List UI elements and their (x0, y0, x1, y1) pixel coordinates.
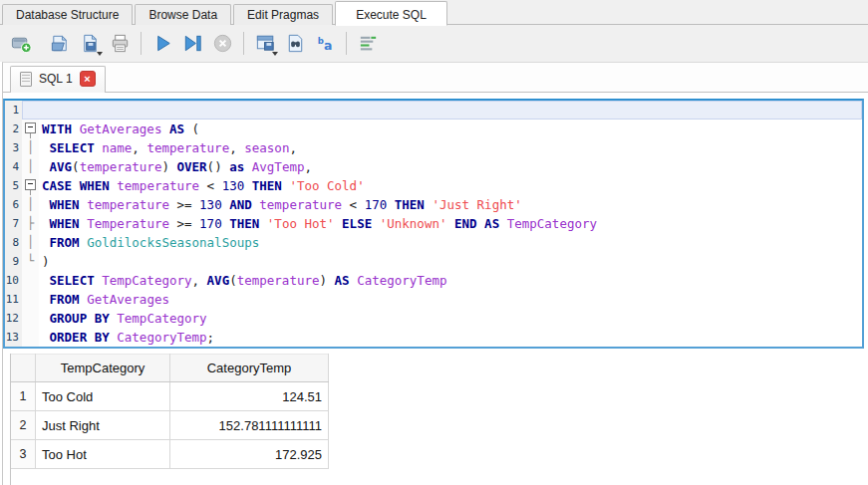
column-header-tempcategory[interactable]: TempCategory (36, 355, 170, 382)
fold-margin: ├ (22, 214, 39, 233)
table-row: 2Just Right152.781111111111 (11, 411, 329, 440)
close-tab-icon[interactable]: × (80, 71, 96, 87)
fold-collapse-icon[interactable] (22, 120, 39, 138)
fold-margin (22, 328, 39, 347)
tab-edit-pragmas[interactable]: Edit Pragmas (233, 4, 333, 25)
cell[interactable]: 152.781111111111 (170, 411, 329, 440)
dropdown-arrow-icon[interactable] (272, 52, 278, 56)
results-grid: TempCategoryCategoryTemp 1Too Cold124.51… (11, 354, 329, 469)
code-text[interactable]: SELECT name, temperature, season, (39, 138, 862, 157)
line-number: 2 (5, 120, 22, 138)
grid-corner-cell[interactable] (11, 355, 36, 382)
line-number: 12 (5, 309, 22, 328)
row-number[interactable]: 1 (11, 382, 36, 411)
code-text[interactable]: AVG(temperature) OVER() as AvgTemp, (39, 157, 862, 176)
code-text[interactable]: WITH GetAverages AS ( (39, 120, 862, 138)
code-line[interactable]: 6│ WHEN temperature >= 130 AND temperatu… (5, 195, 862, 214)
row-number[interactable]: 3 (11, 440, 36, 469)
code-line[interactable]: 11 FROM GetAverages (5, 290, 862, 309)
toolbar: ba (0, 25, 868, 62)
code-text[interactable]: FROM GoldilocksSeasonalSoups (39, 233, 862, 252)
code-line[interactable]: 2WITH GetAverages AS ( (5, 120, 862, 138)
toolbar-separator (346, 32, 347, 55)
open-sql-tab-button[interactable] (7, 30, 35, 58)
toolbar-separator (243, 32, 244, 55)
code-line[interactable]: 5CASE WHEN temperature < 130 THEN 'Too C… (5, 176, 862, 195)
code-line[interactable]: 10 SELECT TempCategory, AVG(temperature)… (5, 271, 862, 290)
svg-text:a: a (324, 38, 332, 53)
code-line[interactable]: 13 ORDER BY CategoryTemp; (5, 328, 862, 347)
cell[interactable]: Too Cold (36, 382, 170, 411)
row-number[interactable]: 2 (11, 411, 36, 440)
format-sql-button[interactable]: ba (311, 30, 339, 58)
fold-margin (22, 290, 39, 309)
fold-collapse-icon[interactable] (22, 176, 39, 195)
line-number: 6 (5, 195, 22, 214)
table-row: 1Too Cold124.51 (11, 382, 329, 411)
code-line[interactable]: 3│ SELECT name, temperature, season, (5, 138, 862, 157)
cell[interactable]: Just Right (36, 411, 170, 440)
line-number: 9 (5, 252, 22, 271)
code-text[interactable]: SELECT TempCategory, AVG(temperature) AS… (39, 271, 862, 290)
code-line[interactable]: 8│ FROM GoldilocksSeasonalSoups (5, 233, 862, 252)
code-text[interactable]: ORDER BY CategoryTemp; (39, 328, 862, 347)
code-text[interactable]: WHEN temperature >= 130 AND temperature … (39, 195, 862, 214)
execute-sql-pane: SQL 1 × 12WITH GetAverages AS (3│ SELECT… (2, 62, 868, 485)
tab-database-structure[interactable]: Database Structure (2, 4, 133, 25)
line-number: 3 (5, 138, 22, 157)
code-text[interactable]: ) (39, 252, 862, 271)
code-line[interactable]: 4│ AVG(temperature) OVER() as AvgTemp, (5, 157, 862, 176)
results-panel: TempCategoryCategoryTemp 1Too Cold124.51… (10, 354, 868, 485)
code-line[interactable]: 9└) (5, 252, 862, 271)
results-grid-header: TempCategoryCategoryTemp (11, 355, 329, 382)
fold-margin: │ (22, 233, 39, 252)
execute-current-line-button[interactable] (178, 30, 206, 58)
code-text[interactable]: CASE WHEN temperature < 130 THEN 'Too Co… (39, 176, 862, 195)
tab-browse-data[interactable]: Browse Data (135, 4, 231, 25)
document-icon (20, 72, 32, 87)
line-number: 4 (5, 157, 22, 176)
stop-button[interactable] (208, 30, 236, 58)
code-text[interactable]: GROUP BY TempCategory (39, 309, 862, 328)
svg-text:b: b (317, 36, 323, 46)
code-text[interactable] (39, 101, 862, 120)
print-button[interactable] (106, 30, 134, 58)
save-sql-file-button[interactable] (76, 30, 104, 58)
fold-margin (22, 271, 39, 290)
fold-margin: │ (22, 157, 39, 176)
query-history-button[interactable] (354, 30, 382, 58)
fold-margin: │ (22, 138, 39, 157)
sql-editor-tab-bar: SQL 1 × (3, 63, 868, 93)
code-line[interactable]: 1 (5, 101, 862, 120)
line-number: 7 (5, 214, 22, 233)
code-line[interactable]: 7├ WHEN Temperature >= 170 THEN 'Too Hot… (5, 214, 862, 233)
execute-all-button[interactable] (148, 30, 176, 58)
fold-margin (22, 309, 39, 328)
code-text[interactable]: FROM GetAverages (39, 290, 862, 309)
toolbar-separator (141, 32, 142, 55)
tab-execute-sql[interactable]: Execute SQL (335, 1, 447, 26)
code-line[interactable]: 12 GROUP BY TempCategory (5, 309, 862, 328)
sql-code-editor[interactable]: 12WITH GetAverages AS (3│ SELECT name, t… (3, 99, 864, 349)
sql-editor-tab[interactable]: SQL 1 × (10, 66, 106, 93)
column-header-categorytemp[interactable]: CategoryTemp (170, 355, 329, 382)
line-number: 10 (5, 271, 22, 290)
cell[interactable]: 124.51 (170, 382, 329, 411)
line-number: 11 (5, 290, 22, 309)
line-number: 1 (5, 101, 22, 120)
find-button[interactable] (281, 30, 309, 58)
sql-tab-label: SQL 1 (39, 72, 73, 86)
fold-margin (22, 101, 39, 120)
db-browser-window: Database StructureBrowse DataEdit Pragma… (0, 0, 868, 485)
save-results-button[interactable] (251, 30, 279, 58)
results-grid-body: 1Too Cold124.512Just Right152.7811111111… (11, 382, 329, 469)
code-text[interactable]: WHEN Temperature >= 170 THEN 'Too Hot' E… (39, 214, 862, 233)
cell[interactable]: Too Hot (36, 440, 170, 469)
line-number: 8 (5, 233, 22, 252)
table-row: 3Too Hot172.925 (11, 440, 329, 469)
fold-margin: │ (22, 195, 39, 214)
line-number: 13 (5, 328, 22, 347)
cell[interactable]: 172.925 (170, 440, 329, 469)
open-sql-file-button[interactable] (46, 30, 74, 58)
dropdown-arrow-icon[interactable] (97, 52, 103, 56)
